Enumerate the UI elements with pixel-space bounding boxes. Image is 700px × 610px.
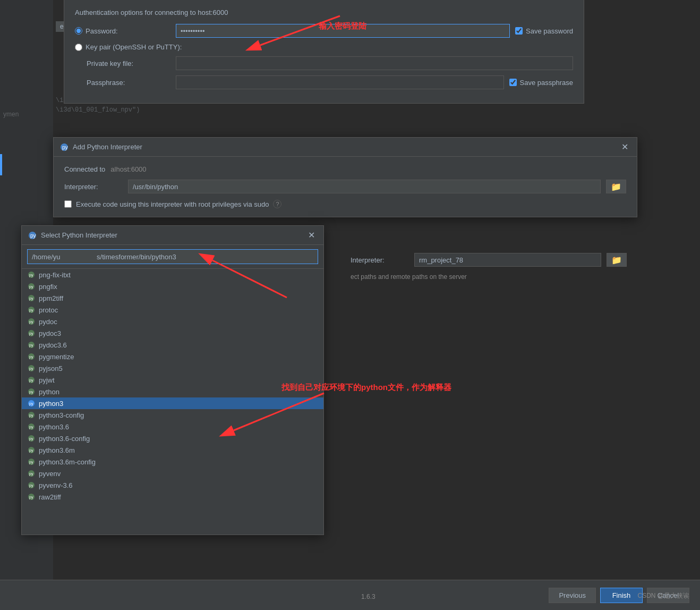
password-row: Password: Save password [75, 24, 573, 38]
keypair-radio-label[interactable]: Key pair (OpenSSH or PuTTY): [75, 43, 182, 51]
right-browse-button[interactable]: 📁 [607, 253, 627, 267]
python-icon: py [60, 143, 69, 151]
svg-text:py: py [30, 233, 36, 239]
path-input-row [22, 245, 323, 269]
file-name: python3 [39, 400, 63, 408]
help-icon[interactable]: ? [273, 200, 281, 208]
select-interpreter-dialog: py Select Python Interpreter ✕ pypng-fix… [21, 225, 324, 535]
keypair-radio[interactable] [75, 44, 82, 51]
svg-text:py: py [62, 145, 68, 150]
file-item[interactable]: pypython3 [22, 397, 323, 409]
file-item[interactable]: pypyvenv [22, 468, 323, 479]
save-passphrase-text: Save passphrase [520, 79, 573, 87]
file-name: python3.6m-config [39, 458, 96, 466]
save-passphrase-checkbox[interactable] [509, 79, 517, 86]
file-item[interactable]: pyraw2tiff [22, 491, 323, 503]
file-name: pydoc3 [39, 329, 61, 337]
right-browse-icon: 📁 [611, 255, 622, 265]
svg-text:py: py [29, 296, 33, 301]
save-password-checkbox[interactable] [515, 27, 523, 35]
password-radio-label[interactable]: Password: [75, 27, 170, 35]
select-close-button[interactable]: ✕ [306, 230, 317, 240]
add-interp-title: py Add Python Interpreter [60, 143, 142, 151]
file-item[interactable]: pypygmentize [22, 351, 323, 362]
file-icon: py [27, 352, 36, 361]
file-name: pydoc [39, 318, 57, 326]
private-key-input[interactable] [176, 56, 573, 70]
right-interpreter-label: Interpreter: [351, 256, 409, 264]
file-item[interactable]: pypython3.6 [22, 421, 323, 433]
interpreter-browse-button[interactable]: 📁 [606, 180, 626, 193]
bottom-action-bar: Previous Finish Cancel [0, 580, 700, 610]
sudo-row: Execute code using this interpreter with… [64, 200, 626, 208]
file-item[interactable]: pypython [22, 386, 323, 397]
add-interpreter-dialog: py Add Python Interpreter ✕ Connected to… [53, 137, 637, 217]
browse-folder-icon: 📁 [611, 182, 621, 192]
password-input[interactable] [176, 24, 510, 38]
add-interp-close-button[interactable]: ✕ [619, 142, 630, 152]
file-item[interactable]: pypydoc [22, 316, 323, 327]
passphrase-input[interactable] [176, 75, 504, 89]
keypair-label-text: Key pair (OpenSSH or PuTTY): [86, 43, 182, 51]
file-item[interactable]: pyprotoc [22, 304, 323, 316]
file-name: raw2tiff [39, 493, 61, 501]
interpreter-label: Interpreter: [64, 183, 123, 191]
file-icon: py [27, 270, 36, 279]
file-item[interactable]: pypydoc3 [22, 327, 323, 339]
file-item[interactable]: pypython3.6m-config [22, 456, 323, 468]
file-item[interactable]: pypython3.6-config [22, 433, 323, 444]
previous-button[interactable]: Previous [549, 588, 596, 603]
path-input[interactable] [27, 249, 318, 264]
sudo-checkbox[interactable] [64, 200, 72, 208]
right-interpreter-input[interactable] [414, 253, 601, 267]
private-key-row: Private key file: [75, 56, 573, 70]
file-icon: py [27, 446, 36, 454]
file-item[interactable]: pyppm2tiff [22, 292, 323, 304]
select-close-icon: ✕ [308, 231, 315, 240]
svg-text:py: py [29, 320, 33, 324]
file-name: python3.6-config [39, 435, 90, 443]
active-indicator [0, 154, 2, 175]
csdn-text-content: CSDN @是大侠诶 [637, 592, 689, 599]
svg-text:py: py [29, 413, 33, 418]
file-item[interactable]: pypython3.6m [22, 444, 323, 456]
file-item[interactable]: pypng-fix-itxt [22, 269, 323, 281]
file-item[interactable]: pypyvenv-3.6 [22, 479, 323, 491]
auth-dialog: Authentication options for connecting to… [64, 0, 584, 104]
file-name: pyjson5 [39, 365, 63, 372]
password-radio[interactable] [75, 27, 82, 35]
sudo-label: Execute code using this interpreter with… [76, 200, 269, 208]
passphrase-row: Passphrase: Save passphrase [75, 75, 573, 89]
file-icon: py [27, 329, 36, 337]
interpreter-input[interactable] [128, 180, 601, 193]
file-icon: py [27, 481, 36, 489]
auth-title-text: Authentication options for connecting to… [75, 9, 228, 16]
file-icon: py [27, 434, 36, 443]
save-passphrase-label[interactable]: Save passphrase [509, 79, 573, 87]
file-name: pngfix [39, 283, 57, 291]
file-name: pydoc3.6 [39, 341, 67, 349]
file-icon: py [27, 364, 36, 372]
file-item[interactable]: pypydoc3.6 [22, 339, 323, 351]
svg-text:py: py [29, 273, 33, 277]
keypair-row: Key pair (OpenSSH or PuTTY): [75, 43, 573, 51]
file-list[interactable]: pypng-fix-itxtpypngfixpyppm2tiffpyprotoc… [22, 269, 323, 535]
private-key-text: Private key file: [87, 60, 133, 67]
svg-text:py: py [29, 355, 33, 359]
csdn-watermark: CSDN @是大侠诶 [637, 591, 689, 600]
save-password-text: Save password [526, 27, 573, 35]
file-icon: py [27, 341, 36, 349]
file-item[interactable]: pypyjson5 [22, 362, 323, 374]
svg-text:py: py [29, 437, 33, 441]
file-name: python3.6m [39, 446, 75, 454]
file-icon: py [27, 376, 36, 384]
version-text: 1.6.3 [361, 593, 375, 600]
svg-text:py: py [29, 308, 33, 312]
save-password-label[interactable]: Save password [515, 27, 573, 35]
file-item[interactable]: pypython3-config [22, 409, 323, 421]
file-item[interactable]: pypyjwt [22, 374, 323, 386]
file-item[interactable]: pypngfix [22, 281, 323, 292]
finish-button[interactable]: Finish [600, 588, 643, 603]
add-interp-title-text: Add Python Interpreter [73, 143, 142, 151]
select-titlebar: py Select Python Interpreter ✕ [22, 226, 323, 245]
